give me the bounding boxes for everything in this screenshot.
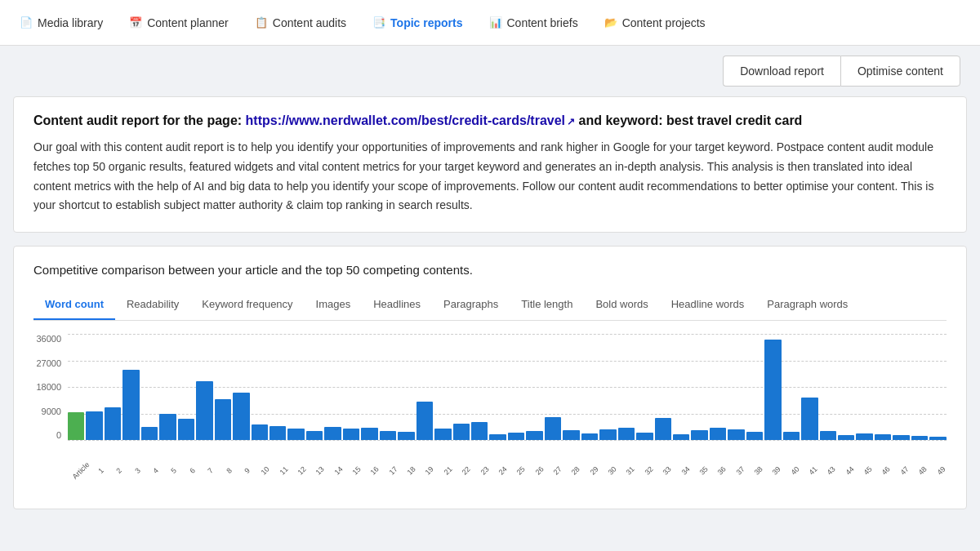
nav-content-audits[interactable]: 📋 Content audits (255, 16, 346, 29)
topic-reports-icon: 📑 (372, 16, 385, 29)
bar-12[interactable] (287, 429, 304, 440)
tab-headline-words[interactable]: Headline words (660, 290, 756, 320)
bar-43[interactable] (820, 431, 836, 441)
bar-33[interactable] (655, 418, 671, 440)
tab-headlines[interactable]: Headlines (362, 290, 432, 320)
bar-4[interactable] (141, 427, 158, 440)
tab-readability[interactable]: Readability (115, 290, 190, 320)
bar-27[interactable] (545, 417, 561, 440)
bar-46[interactable] (875, 434, 891, 440)
nav-content-projects[interactable]: 📂 Content projects (604, 16, 706, 29)
bar-1[interactable] (86, 411, 102, 440)
y-label-36000: 36000 (33, 334, 61, 344)
content-planner-icon: 📅 (129, 16, 142, 29)
bar-article[interactable] (68, 412, 84, 440)
bar-45[interactable] (856, 433, 872, 441)
bar-8[interactable] (215, 399, 231, 441)
chart-inner: 36000 27000 18000 9000 0 (33, 334, 947, 464)
chart-section: Competitive comparison between your arti… (13, 246, 967, 509)
bar-29[interactable] (581, 433, 598, 440)
bar-3[interactable] (122, 370, 139, 441)
y-axis: 36000 27000 18000 9000 0 (33, 334, 65, 440)
nav-content-briefs[interactable]: 📊 Content briefs (489, 16, 578, 29)
chart-tabs: Word count Readability Keyword frequency… (33, 290, 947, 321)
tab-word-count[interactable]: Word count (33, 290, 115, 320)
bars-row (68, 334, 947, 440)
bar-7[interactable] (196, 381, 212, 440)
content-briefs-icon: 📊 (489, 16, 502, 29)
bar-40[interactable] (783, 432, 800, 440)
tab-paragraphs[interactable]: Paragraphs (432, 290, 510, 320)
tab-keyword-frequency[interactable]: Keyword frequency (190, 290, 304, 320)
bar-17[interactable] (380, 431, 396, 440)
y-label-0: 0 (33, 430, 61, 440)
bar-39[interactable] (764, 340, 781, 440)
bar-48[interactable] (911, 436, 928, 440)
bar-35[interactable] (691, 430, 707, 440)
audit-card-body: Our goal with this content audit report … (33, 138, 947, 216)
bar-13[interactable] (306, 431, 323, 441)
bar-25[interactable] (508, 433, 524, 440)
tab-title-length[interactable]: Title length (510, 290, 584, 320)
bar-47[interactable] (893, 435, 909, 440)
optimise-content-button[interactable]: Optimise content (840, 56, 960, 87)
y-label-9000: 9000 (33, 407, 61, 416)
x-labels: Article123456789101112131415161718192122… (68, 468, 947, 492)
bar-36[interactable] (710, 428, 726, 440)
bar-11[interactable] (270, 426, 286, 440)
bar-38[interactable] (746, 432, 763, 440)
bar-49[interactable] (929, 437, 946, 440)
bar-2[interactable] (105, 407, 121, 440)
bar-24[interactable] (489, 434, 506, 440)
bars-area (68, 334, 947, 440)
bar-14[interactable] (324, 427, 341, 441)
nav-content-planner[interactable]: 📅 Content planner (129, 16, 229, 29)
bar-28[interactable] (563, 430, 579, 441)
y-label-27000: 27000 (33, 358, 61, 368)
bar-6[interactable] (178, 419, 194, 440)
bar-41[interactable] (801, 398, 817, 440)
bar-44[interactable] (838, 435, 854, 441)
bar-18[interactable] (398, 432, 414, 440)
content-projects-icon: 📂 (604, 16, 617, 29)
nav-media-library[interactable]: 📄 Media library (20, 16, 103, 29)
bar-21[interactable] (434, 429, 451, 440)
bar-10[interactable] (252, 424, 268, 440)
tab-paragraph-words[interactable]: Paragraph words (755, 290, 859, 320)
nav-topic-reports[interactable]: 📑 Topic reports (372, 16, 462, 29)
bar-23[interactable] (471, 422, 488, 440)
bar-32[interactable] (636, 433, 653, 440)
download-report-button[interactable]: Download report (723, 56, 840, 87)
bar-26[interactable] (526, 431, 542, 440)
audit-card-title: Content audit report for the page: https… (33, 113, 947, 128)
bar-34[interactable] (673, 434, 689, 441)
toolbar: Download report Optimise content (0, 46, 980, 96)
bar-37[interactable] (728, 429, 744, 440)
media-library-icon: 📄 (20, 16, 33, 29)
audit-url-link[interactable]: https://www.nerdwallet.com/best/credit-c… (246, 113, 576, 127)
bar-9[interactable] (233, 393, 249, 440)
content-audits-icon: 📋 (255, 16, 268, 29)
chart-container: 36000 27000 18000 9000 0 Article12345678… (33, 334, 947, 492)
bar-31[interactable] (618, 428, 635, 441)
tab-bold-words[interactable]: Bold words (584, 290, 659, 320)
bar-15[interactable] (343, 429, 359, 440)
bar-19[interactable] (416, 402, 433, 440)
bar-30[interactable] (599, 429, 616, 440)
bar-16[interactable] (361, 428, 377, 440)
bar-5[interactable] (159, 414, 176, 440)
bar-22[interactable] (453, 424, 470, 440)
main-nav: 📄 Media library 📅 Content planner 📋 Cont… (0, 0, 980, 46)
grid-line-0 (68, 440, 947, 441)
audit-card: Content audit report for the page: https… (13, 96, 967, 233)
y-label-18000: 18000 (33, 382, 61, 392)
chart-section-title: Competitive comparison between your arti… (33, 263, 947, 277)
tab-images[interactable]: Images (305, 290, 363, 320)
